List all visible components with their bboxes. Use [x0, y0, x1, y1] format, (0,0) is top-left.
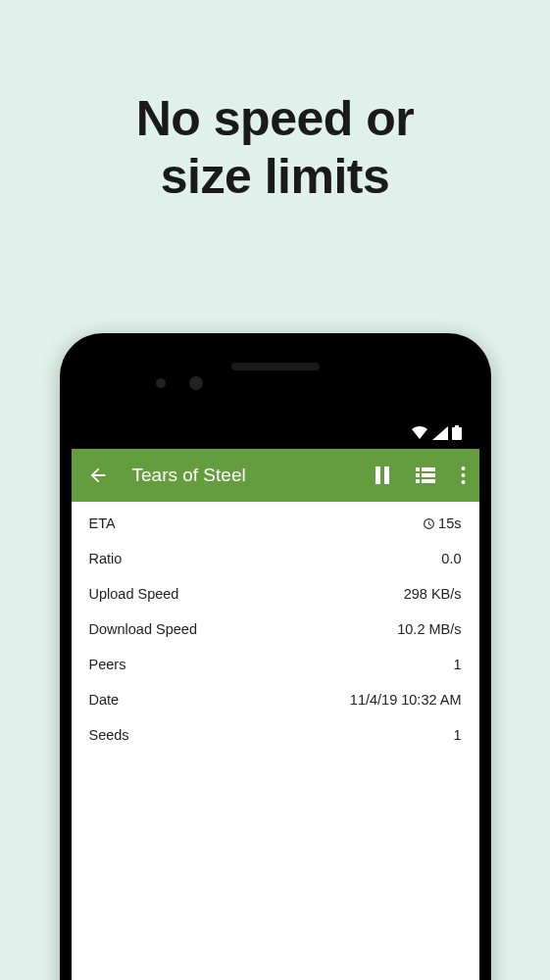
list-icon: [416, 467, 435, 483]
detail-row: Date11/4/19 10:32 AM: [72, 682, 479, 717]
detail-label: Peers: [89, 657, 126, 672]
detail-row: ETA15s: [72, 506, 479, 541]
detail-row: Peers1: [72, 647, 479, 682]
svg-rect-6: [416, 479, 420, 483]
detail-value: 15s: [423, 515, 461, 531]
app-bar: Tears of Steel: [72, 449, 479, 502]
cell-signal-icon: [432, 426, 448, 440]
detail-value: 1: [453, 657, 461, 672]
detail-row: Download Speed10.2 MB/s: [72, 612, 479, 647]
svg-rect-3: [422, 467, 435, 471]
app-bar-title: Tears of Steel: [132, 465, 375, 486]
detail-label: Download Speed: [89, 621, 197, 637]
details-list: ETA15sRatio0.0Upload Speed298 KB/sDownlo…: [72, 502, 479, 757]
pause-icon: [375, 466, 390, 484]
detail-label: ETA: [89, 515, 116, 531]
files-button[interactable]: [416, 467, 435, 483]
status-bar: [411, 425, 462, 440]
arrow-left-icon: [87, 465, 109, 486]
phone-camera: [189, 376, 203, 390]
battery-icon: [452, 425, 462, 440]
more-button[interactable]: [461, 466, 466, 484]
detail-value: 0.0: [441, 551, 461, 566]
app-bar-actions: [375, 466, 466, 484]
detail-label: Date: [89, 692, 120, 708]
headline-line-1: No speed or: [136, 91, 414, 146]
detail-label: Ratio: [89, 551, 123, 566]
phone-camera-sensor: [156, 378, 166, 388]
detail-value: 11/4/19 10:32 AM: [350, 692, 462, 708]
back-button[interactable]: [85, 465, 111, 486]
svg-rect-1: [384, 466, 389, 484]
wifi-icon: [411, 426, 428, 440]
detail-label: Seeds: [89, 727, 129, 743]
clock-icon: [423, 517, 435, 530]
detail-value: 10.2 MB/s: [397, 621, 461, 637]
detail-value: 298 KB/s: [404, 586, 462, 602]
svg-rect-7: [422, 479, 435, 483]
detail-row: Seeds1: [72, 717, 479, 753]
marketing-headline: No speed or size limits: [0, 0, 550, 206]
svg-point-10: [461, 480, 465, 484]
more-vert-icon: [461, 466, 466, 484]
svg-rect-4: [416, 473, 420, 477]
detail-label: Upload Speed: [89, 586, 179, 602]
svg-point-8: [461, 466, 465, 470]
detail-value: 1: [453, 727, 461, 743]
svg-rect-5: [422, 473, 435, 477]
pause-button[interactable]: [375, 466, 390, 484]
app-screen: Tears of Steel: [72, 449, 479, 980]
detail-row: Ratio0.0: [72, 541, 479, 576]
headline-line-2: size limits: [161, 149, 390, 204]
svg-rect-2: [416, 467, 420, 471]
svg-point-9: [461, 473, 465, 477]
phone-screen-bezel: Tears of Steel: [72, 345, 479, 980]
phone-speaker: [231, 363, 320, 370]
detail-row: Upload Speed298 KB/s: [72, 576, 479, 612]
svg-rect-0: [375, 466, 380, 484]
phone-frame: Tears of Steel: [60, 333, 491, 980]
